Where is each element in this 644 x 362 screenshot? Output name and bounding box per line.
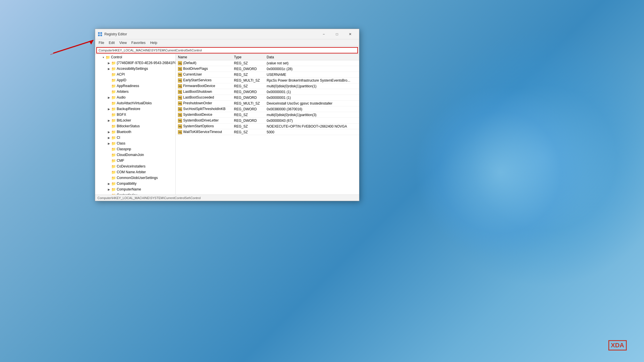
folder-icon: 📁 xyxy=(111,136,116,140)
tree-item-appreadiness[interactable]: 📁 AppReadiness xyxy=(95,83,175,89)
reg-value-icon: ab xyxy=(178,107,182,111)
col-data[interactable]: Data xyxy=(264,54,359,60)
tree-item-bgfx[interactable]: 📁 BGFX xyxy=(95,112,175,118)
folder-icon: 📁 xyxy=(111,159,116,163)
title-bar: Registry Editor − □ ✕ xyxy=(95,29,359,39)
table-row[interactable]: abSystemBootDeviceREG_SZmulti(0)disk(0)r… xyxy=(176,112,359,118)
svg-rect-4 xyxy=(100,32,102,34)
menu-edit[interactable]: Edit xyxy=(106,40,117,45)
tree-item-comnamearbiter[interactable]: 📁 COM Name Arbiter xyxy=(95,169,175,175)
tree-item-audio[interactable]: ▶ 📁 Audio xyxy=(95,95,175,100)
table-row[interactable]: abLastBootSucceededREG_DWORD0x00000001 (… xyxy=(176,95,359,101)
folder-icon: 📁 xyxy=(111,153,116,157)
tree-item-class[interactable]: ▶ 📁 Class xyxy=(95,140,175,146)
table-row[interactable]: abBootDriverFlagsREG_DWORD0x0000001c (28… xyxy=(176,66,359,72)
table-row[interactable]: abWaitToKillServiceTimeoutREG_SZ5000 xyxy=(176,129,359,135)
tree-item-accessibility[interactable]: ▶ 📁 AccessibilitySettings xyxy=(95,66,175,72)
table-row[interactable]: abFirmwareBootDeviceREG_SZmulti(0)disk(0… xyxy=(176,83,359,89)
reg-name: abLastBootShutdown xyxy=(176,89,232,95)
menu-view[interactable]: View xyxy=(117,40,129,45)
table-row[interactable]: abLastBootShutdownREG_DWORD0x00000001 (1… xyxy=(176,89,359,95)
tree-item-bitlockerstatus[interactable]: 📁 BitlockerStatus xyxy=(95,123,175,129)
reg-type: REG_DWORD xyxy=(232,95,264,101)
tree-label: AutoAttachVirtualDisks xyxy=(117,101,175,105)
reg-name-text: BootDriverFlags xyxy=(183,67,208,71)
menu-file[interactable]: File xyxy=(96,40,106,45)
minimize-button[interactable]: − xyxy=(317,29,330,39)
folder-icon: 📁 xyxy=(111,176,116,180)
tree-label: COM Name Arbiter xyxy=(117,170,175,174)
svg-line-2 xyxy=(50,42,91,55)
table-row[interactable]: abCurrentUserREG_SZUSERNAME xyxy=(176,72,359,78)
table-row[interactable]: abSystemStartOptionsREG_SZNOEXECUTE=OPTI… xyxy=(176,124,359,129)
reg-name: abPreshutdownOrder xyxy=(176,101,232,106)
reg-name: ab(Default) xyxy=(176,60,232,66)
reg-name: abSystemStartOptions xyxy=(176,124,232,129)
tree-item-codeviceinstallers[interactable]: 📁 CoDeviceInstallers xyxy=(95,163,175,169)
folder-icon: 📁 xyxy=(111,78,116,82)
tree-label: CloudDomainJoin xyxy=(117,153,175,157)
tree-item-commonglobusersettings[interactable]: 📁 CommonGlobUserSettings xyxy=(95,175,175,181)
tree-label: ACPI xyxy=(117,72,175,76)
tree-label: Arbiters xyxy=(117,90,175,94)
expand-icon: ▶ xyxy=(107,130,111,134)
tree-item-cmf[interactable]: 📁 CMF xyxy=(95,158,175,163)
reg-value-icon: ab xyxy=(178,96,182,100)
tree-pane: ▾ 📁 Control ▶ 📁 {7746D80F-97E0-4E26-9543… xyxy=(95,54,176,195)
tree-item-arbiters[interactable]: 📁 Arbiters xyxy=(95,89,175,95)
table-row[interactable]: abSvcHostSplitThresholdInKBREG_DWORD0x00… xyxy=(176,106,359,112)
address-bar xyxy=(95,46,359,54)
tree-item-autoattach[interactable]: 📁 AutoAttachVirtualDisks xyxy=(95,100,175,106)
col-type[interactable]: Type xyxy=(232,54,264,60)
folder-icon: 📁 xyxy=(111,101,116,105)
expand-icon: ▶ xyxy=(107,188,111,191)
folder-icon: 📁 xyxy=(111,61,116,65)
col-name[interactable]: Name xyxy=(176,54,232,60)
tree-item-acpi[interactable]: 📁 ACPI xyxy=(95,72,175,77)
reg-data: 0x00000001 (1) xyxy=(264,89,359,95)
xda-watermark: XDA xyxy=(608,340,627,351)
close-button[interactable]: ✕ xyxy=(344,29,357,39)
reg-name-text: LastBootShutdown xyxy=(183,90,212,94)
folder-icon: 📁 xyxy=(106,55,110,59)
table-row[interactable]: abSystemBootDriveLetterREG_DWORD0x000000… xyxy=(176,118,359,124)
tree-item-compatibility[interactable]: ▶ 📁 Compatibility xyxy=(95,181,175,186)
tree-item-control[interactable]: ▾ 📁 Control xyxy=(95,54,175,60)
table-row[interactable]: abEarlyStartServicesREG_MULTI_SZRpcSs Po… xyxy=(176,78,359,83)
svg-rect-5 xyxy=(98,34,100,36)
reg-data: 0x00000043 (67) xyxy=(264,118,359,124)
reg-type: REG_MULTI_SZ xyxy=(232,101,264,106)
tree-item-backuprestore[interactable]: ▶ 📁 BackupRestore xyxy=(95,106,175,112)
tree-label: {7746D80F-97E0-4E26-9543-26B41FC22F79} xyxy=(117,61,176,65)
tree-label: CI xyxy=(117,136,175,140)
tree-label: CommonGlobUserSettings xyxy=(117,176,175,180)
tree-item-computername[interactable]: ▶ 📁 ComputerName xyxy=(95,186,175,192)
menu-favorites[interactable]: Favorites xyxy=(129,40,148,45)
tree-item-bitlocker[interactable]: ▶ 📁 BitLocker xyxy=(95,118,175,123)
tree-item-clouddomainjoin[interactable]: 📁 CloudDomainJoin xyxy=(95,152,175,158)
folder-icon: 📁 xyxy=(111,124,116,128)
table-row[interactable]: ab(Default)REG_SZ(value not set) xyxy=(176,60,359,66)
tree-label: CoDeviceInstallers xyxy=(117,164,175,168)
menu-help[interactable]: Help xyxy=(148,40,160,45)
reg-data: DeviceInstall UsoSvc gpsvc trustedinstal… xyxy=(264,101,359,106)
expand-icon: ▶ xyxy=(107,107,111,111)
expand-icon: ▶ xyxy=(107,136,111,139)
main-content: ▾ 📁 Control ▶ 📁 {7746D80F-97E0-4E26-9543… xyxy=(95,54,359,195)
reg-name-text: EarlyStartServices xyxy=(183,78,212,82)
tree-item-ci[interactable]: ▶ 📁 CI xyxy=(95,135,175,140)
tree-item-classpnp[interactable]: 📁 Classpnp xyxy=(95,146,175,152)
tree-item-bluetooth[interactable]: ▶ 📁 Bluetooth xyxy=(95,129,175,135)
tree-item-contentindex[interactable]: 📁 ContentIndex xyxy=(95,192,175,195)
reg-type: REG_SZ xyxy=(232,72,264,78)
tree-label: BitlockerStatus xyxy=(117,124,175,128)
table-row[interactable]: abPreshutdownOrderREG_MULTI_SZDeviceInst… xyxy=(176,101,359,106)
tree-label: BGFX xyxy=(117,113,175,117)
reg-name-text: SystemBootDevice xyxy=(183,113,212,117)
reg-name-text: CurrentUser xyxy=(183,72,202,76)
tree-item-appid[interactable]: 📁 AppID xyxy=(95,77,175,83)
reg-value-icon: ab xyxy=(178,119,182,123)
address-input[interactable] xyxy=(96,47,358,53)
maximize-button[interactable]: □ xyxy=(330,29,344,39)
tree-item-guid[interactable]: ▶ 📁 {7746D80F-97E0-4E26-9543-26B41FC22F7… xyxy=(95,60,175,66)
